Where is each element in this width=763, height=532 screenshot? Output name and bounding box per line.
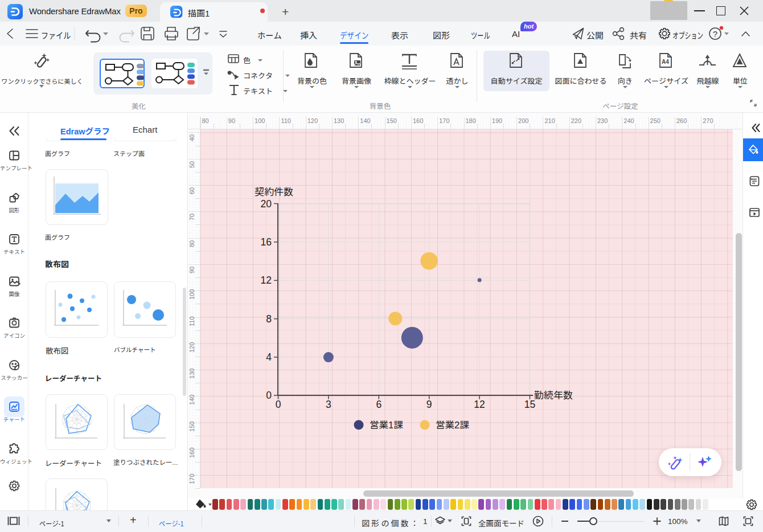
svg-text:営業1課: 営業1課 — [370, 420, 403, 430]
svg-text:8: 8 — [266, 313, 272, 325]
svg-text:6: 6 — [376, 399, 382, 410]
svg-text:契約件数: 契約件数 — [255, 187, 293, 198]
svg-text:9: 9 — [426, 399, 432, 410]
svg-text:A4: A4 — [662, 59, 669, 65]
svg-text:営業2課: 営業2課 — [436, 420, 469, 430]
svg-text:20: 20 — [261, 198, 272, 210]
svg-text:12: 12 — [474, 399, 485, 410]
svg-text:3: 3 — [326, 399, 331, 410]
svg-text:16: 16 — [261, 236, 272, 248]
svg-text:4: 4 — [266, 351, 272, 363]
svg-text:0: 0 — [266, 390, 272, 401]
svg-text:0: 0 — [276, 399, 281, 410]
svg-text:?: ? — [713, 29, 717, 39]
svg-text:勤続年数: 勤続年数 — [534, 390, 573, 401]
svg-text:12: 12 — [261, 275, 272, 286]
